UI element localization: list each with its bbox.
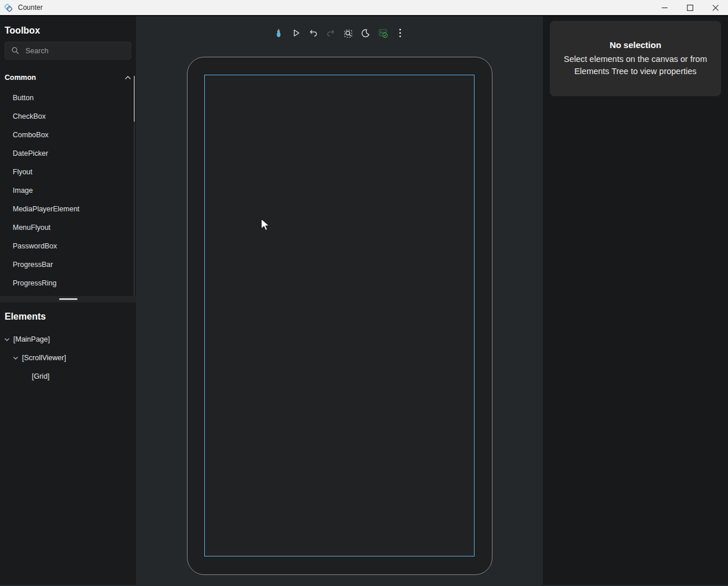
close-icon xyxy=(712,5,719,11)
toolbox-item-button[interactable]: Button xyxy=(0,89,136,107)
minimize-icon xyxy=(661,5,668,11)
toolbox-title: Toolbox xyxy=(5,25,131,36)
play-icon[interactable] xyxy=(291,24,302,42)
no-selection-card: No selection Select elements on the canv… xyxy=(550,21,721,96)
toolbox-section-common[interactable]: Common xyxy=(5,74,131,82)
canvas-toolbar xyxy=(273,24,406,42)
hot-design-flame-icon[interactable] xyxy=(273,24,285,42)
canvas-screen-grid[interactable] xyxy=(204,75,475,556)
zoom-to-fit-icon[interactable] xyxy=(343,24,354,42)
chevron-up-icon xyxy=(124,75,131,80)
toolbox-item-menuflyout[interactable]: MenuFlyout xyxy=(0,218,136,237)
toolbox-item-progressring[interactable]: ProgressRing xyxy=(0,274,136,292)
toolbox-list: Button CheckBox ComboBox DatePicker Flyo… xyxy=(0,89,136,292)
design-canvas-area[interactable] xyxy=(136,16,543,585)
toolbox-item-mediaplayerelement[interactable]: MediaPlayerElement xyxy=(0,200,136,218)
elements-title: Elements xyxy=(5,312,131,322)
toolbox-item-passwordbox[interactable]: PasswordBox xyxy=(0,237,136,255)
tree-item-grid[interactable]: [Grid] xyxy=(0,367,136,386)
titlebar: Counter xyxy=(0,0,728,16)
minimize-button[interactable] xyxy=(652,0,677,16)
splitter-handle-icon xyxy=(59,298,78,300)
app-logo-icon xyxy=(3,3,13,13)
no-selection-title: No selection xyxy=(609,40,661,50)
tree-item-label: [ScrollViewer] xyxy=(22,354,66,362)
maximize-button[interactable] xyxy=(677,0,703,16)
maximize-icon xyxy=(687,5,693,11)
properties-panel: No selection Select elements on the canv… xyxy=(543,16,728,585)
tree-item-mainpage[interactable]: [MainPage] xyxy=(0,330,136,349)
elements-tree: [MainPage] [ScrollViewer] [Grid] xyxy=(0,330,136,386)
more-options-icon[interactable] xyxy=(395,24,406,42)
theme-moon-icon[interactable] xyxy=(360,24,372,42)
no-selection-message: Select elements on the canvas or from El… xyxy=(559,53,712,77)
device-frame xyxy=(187,57,492,575)
section-label: Common xyxy=(5,74,36,82)
redo-icon[interactable] xyxy=(325,24,337,42)
toolbox-item-checkbox[interactable]: CheckBox xyxy=(0,107,136,126)
toolbox-item-combobox[interactable]: ComboBox xyxy=(0,126,136,144)
toolbox-item-progressbar[interactable]: ProgressBar xyxy=(0,255,136,274)
search-icon xyxy=(11,46,20,55)
chevron-down-icon[interactable] xyxy=(12,356,19,361)
toolbox-scrollbar-thumb[interactable] xyxy=(134,76,135,122)
left-sidebar: Toolbox Common Button CheckBox ComboBox … xyxy=(0,16,136,585)
window-title: Counter xyxy=(18,3,43,12)
toolbox-item-image[interactable]: Image xyxy=(0,181,136,200)
search-input[interactable] xyxy=(25,47,118,55)
close-button[interactable] xyxy=(703,0,728,16)
tree-item-label: [Grid] xyxy=(32,372,50,380)
undo-icon[interactable] xyxy=(308,24,319,42)
tree-item-scrollviewer[interactable]: [ScrollViewer] xyxy=(0,349,136,367)
tree-item-label: [MainPage] xyxy=(13,335,50,343)
chevron-down-icon[interactable] xyxy=(3,337,10,342)
devserver-connected-icon[interactable] xyxy=(377,24,389,42)
toolbox-search[interactable] xyxy=(5,42,131,60)
toolbox-elements-splitter[interactable] xyxy=(0,296,136,302)
toolbox-item-flyout[interactable]: Flyout xyxy=(0,163,136,181)
toolbox-item-datepicker[interactable]: DatePicker xyxy=(0,144,136,163)
